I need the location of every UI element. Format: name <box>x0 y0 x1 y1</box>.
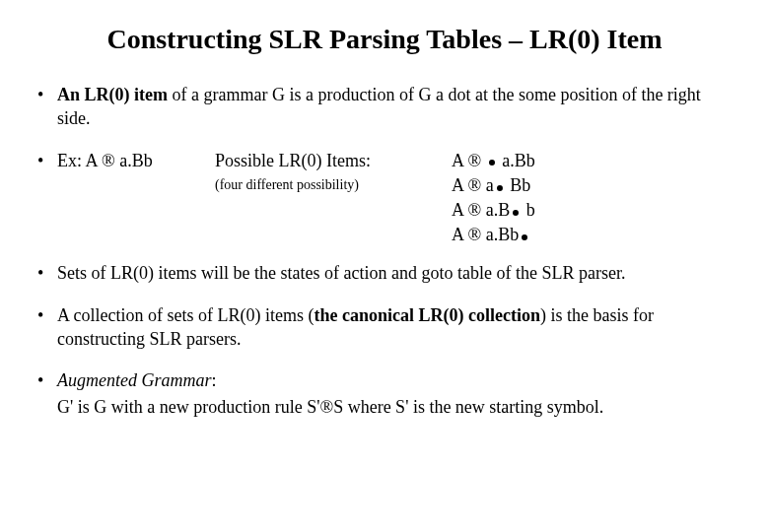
dot-icon <box>489 160 495 166</box>
possible-items-label: Possible LR(0) Items: <box>215 149 452 172</box>
aug-body-pre: G' is G with a new production rule S' <box>57 397 319 417</box>
items-enumeration: A ® a.Bb A ® a Bb A ® a.B b A ® a.Bb <box>452 149 737 248</box>
item-rhs-post: Bb <box>506 175 531 195</box>
augmented-grammar-body: G' is G with a new production rule S'®S … <box>57 395 737 419</box>
dot-icon <box>522 234 527 240</box>
item-lhs: A <box>452 200 468 220</box>
item-rhs-pre: a <box>481 175 494 195</box>
slide: Constructing SLR Parsing Tables – LR(0) … <box>0 0 769 460</box>
ex-label: Ex: A <box>57 151 102 170</box>
item-lhs: A <box>452 225 468 244</box>
arrow-icon: ® <box>468 151 482 170</box>
augmented-grammar-label: Augmented Grammar <box>57 370 211 390</box>
bullet-example: Ex: A ® a.Bb Possible LR(0) Items: (four… <box>32 149 737 248</box>
lr0-item-1: A ® a.Bb <box>452 149 737 173</box>
lr0-item-3: A ® a.B b <box>452 198 737 223</box>
item-lhs: A <box>452 175 468 195</box>
aug-body-post: S where S' is the new starting symbol. <box>333 397 603 417</box>
text-canonical-pre: A collection of sets of LR(0) items ( <box>57 305 314 325</box>
arrow-icon: ® <box>468 175 482 195</box>
item-rhs-pre: a.B <box>481 200 510 220</box>
example-production: Ex: A ® a.Bb <box>57 149 215 172</box>
ex-rhs: a.Bb <box>115 151 153 170</box>
bullet-lr0-item-definition: An LR(0) item of a grammar G is a produc… <box>32 83 737 131</box>
text-sets-states: Sets of LR(0) items will be the states o… <box>57 263 625 283</box>
bold-canonical-collection: the canonical LR(0) collection <box>314 305 539 325</box>
dot-icon <box>513 210 519 216</box>
item-rhs-post: b <box>522 200 535 220</box>
arrow-icon: ® <box>102 151 115 170</box>
lr0-item-4: A ® a.Bb <box>452 223 737 247</box>
item-rhs: a.Bb <box>498 151 535 170</box>
colon: : <box>211 370 216 390</box>
arrow-icon: ® <box>468 225 482 244</box>
four-possibility-note: (four different possibility) <box>215 176 452 195</box>
possible-items-column: Possible LR(0) Items: (four different po… <box>215 149 452 195</box>
arrow-icon: ® <box>468 200 482 220</box>
bold-lr0-item: An LR(0) item <box>57 85 168 104</box>
slide-title: Constructing SLR Parsing Tables – LR(0) … <box>32 24 737 55</box>
bullet-canonical-collection: A collection of sets of LR(0) items (the… <box>32 303 737 352</box>
example-row: Ex: A ® a.Bb Possible LR(0) Items: (four… <box>57 149 737 248</box>
bullet-sets-states: Sets of LR(0) items will be the states o… <box>32 261 737 285</box>
arrow-icon: ® <box>319 397 333 417</box>
item-lhs: A <box>452 151 468 170</box>
dot-icon <box>497 185 503 191</box>
lr0-item-2: A ® a Bb <box>452 173 737 198</box>
item-rhs-pre: a.Bb <box>481 225 519 244</box>
bullet-list: An LR(0) item of a grammar G is a produc… <box>32 83 737 419</box>
bullet-augmented-grammar: Augmented Grammar: G' is G with a new pr… <box>32 368 737 419</box>
